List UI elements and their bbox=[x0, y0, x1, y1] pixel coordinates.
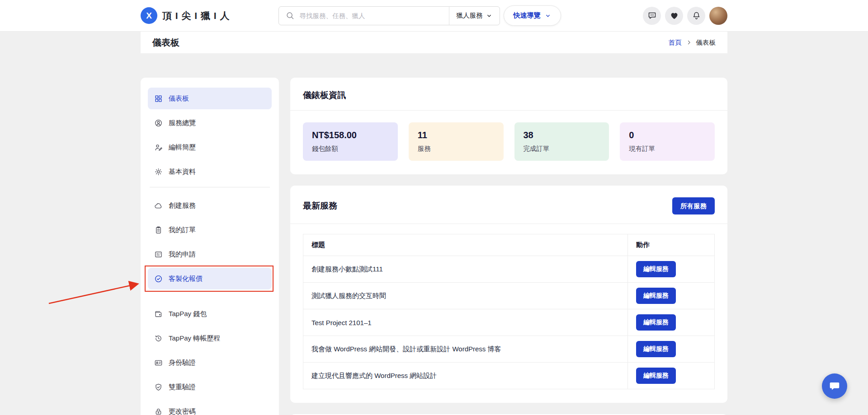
heart-icon bbox=[670, 11, 679, 20]
quote-icon bbox=[154, 275, 163, 283]
latest-services-title: 最新服務 bbox=[303, 200, 337, 212]
brand[interactable]: X 頂 I 尖 I 獵 I 人 bbox=[141, 7, 230, 24]
stat-label: 錢包餘額 bbox=[312, 145, 389, 153]
sidebar-item-custom-quote[interactable]: 客製化報價 bbox=[148, 268, 272, 289]
sidebar-item-label: 創建服務 bbox=[169, 201, 196, 210]
chevron-right-icon bbox=[686, 39, 692, 46]
search-input[interactable] bbox=[299, 12, 449, 20]
sidebar-item-change-password[interactable]: 更改密碼 bbox=[148, 401, 272, 415]
sidebar-item-label: 我的申請 bbox=[169, 250, 196, 259]
service-title: Test Project 2101–1 bbox=[303, 309, 628, 336]
brand-text: 頂 I 尖 I 獵 I 人 bbox=[162, 9, 230, 22]
dashboard-info-title: 儀錶板資訊 bbox=[303, 89, 346, 101]
messages-button[interactable] bbox=[643, 7, 661, 25]
service-title: 創建服務小數點測試111 bbox=[303, 256, 628, 283]
search-bar: 獵人服務 bbox=[278, 6, 500, 25]
sidebar-item-identity-verification[interactable]: 身份驗證 bbox=[148, 352, 272, 373]
dashboard-icon bbox=[154, 94, 163, 103]
edit-service-button[interactable]: 編輯服務 bbox=[636, 288, 676, 304]
stat-label: 服務 bbox=[418, 145, 495, 153]
breadcrumb-bar: 儀表板 首頁 儀表板 bbox=[141, 32, 727, 53]
main-content: 儀錶板資訊 NT$158.00 錢包餘額 11 服務 38 完成訂單 bbox=[290, 78, 727, 415]
services-table: 標題 動作 創建服務小數點測試111 編輯服務 測試獵人服務的交互時間 編輯服務 bbox=[303, 234, 715, 389]
search-category-dropdown[interactable]: 獵人服務 bbox=[449, 7, 500, 25]
gear-icon bbox=[154, 168, 163, 176]
sidebar-item-label: 基本資料 bbox=[169, 168, 196, 176]
search-icon bbox=[285, 11, 295, 20]
application-icon bbox=[154, 250, 163, 259]
all-services-button[interactable]: 所有服務 bbox=[672, 197, 715, 214]
sidebar-item-label: 儀表板 bbox=[169, 94, 189, 103]
sidebar-item-label: 我的訂單 bbox=[169, 226, 196, 234]
stat-value: 0 bbox=[629, 130, 706, 140]
chat-icon bbox=[829, 380, 840, 392]
sidebar-item-label: TapPay 錢包 bbox=[169, 310, 207, 318]
sidebar-item-label: 客製化報價 bbox=[169, 275, 203, 283]
sidebar-item-tappay-wallet[interactable]: TapPay 錢包 bbox=[148, 303, 272, 325]
sidebar-item-label: 身份驗證 bbox=[169, 359, 196, 367]
search-category-value: 獵人服務 bbox=[457, 11, 483, 20]
dashboard-info-card: 儀錶板資訊 NT$158.00 錢包餘額 11 服務 38 完成訂單 bbox=[290, 78, 727, 174]
sidebar-item-two-factor[interactable]: 雙重驗證 bbox=[148, 376, 272, 398]
table-header-row: 標題 動作 bbox=[303, 234, 715, 256]
order-icon bbox=[154, 226, 163, 234]
id-card-icon bbox=[154, 359, 163, 367]
breadcrumb: 首頁 儀表板 bbox=[669, 38, 716, 47]
quick-tour-button[interactable]: 快速導覽 bbox=[504, 5, 561, 26]
sidebar-item-label: 編輯簡歷 bbox=[169, 143, 196, 152]
bell-icon bbox=[692, 11, 701, 20]
sidebar-item-dashboard[interactable]: 儀表板 bbox=[148, 88, 272, 109]
edit-service-button[interactable]: 編輯服務 bbox=[636, 341, 676, 357]
lock-icon bbox=[154, 407, 163, 415]
sidebar-spacer bbox=[148, 292, 272, 303]
notifications-button[interactable] bbox=[687, 7, 705, 25]
stat-value: 11 bbox=[418, 130, 495, 140]
stat-current-orders: 0 現有訂單 bbox=[620, 122, 715, 161]
breadcrumb-current: 儀表板 bbox=[696, 38, 716, 47]
stat-completed-orders: 38 完成訂單 bbox=[514, 122, 609, 161]
edit-profile-icon bbox=[154, 143, 163, 152]
stat-value: NT$158.00 bbox=[312, 130, 389, 140]
sidebar-item-services-overview[interactable]: 服務總覽 bbox=[148, 112, 272, 134]
stat-label: 完成訂單 bbox=[524, 145, 600, 153]
sidebar-item-label: 雙重驗證 bbox=[169, 383, 196, 392]
wallet-icon bbox=[154, 310, 163, 318]
brand-logo-icon: X bbox=[141, 7, 157, 24]
user-icon bbox=[154, 119, 163, 127]
service-title: 測試獵人服務的交互時間 bbox=[303, 283, 628, 309]
nav-actions bbox=[643, 7, 727, 25]
history-icon bbox=[154, 334, 163, 343]
chat-fab-button[interactable] bbox=[822, 373, 847, 399]
sidebar-item-tappay-history[interactable]: TapPay 轉帳歷程 bbox=[148, 327, 272, 349]
page-title: 儀表板 bbox=[152, 37, 179, 49]
sidebar-item-basic-info[interactable]: 基本資料 bbox=[148, 161, 272, 182]
edit-service-button[interactable]: 編輯服務 bbox=[636, 261, 676, 277]
stat-wallet-balance: NT$158.00 錢包餘額 bbox=[303, 122, 398, 161]
stat-label: 現有訂單 bbox=[629, 145, 706, 153]
chevron-down-icon bbox=[486, 13, 492, 19]
sidebar-item-my-applications[interactable]: 我的申請 bbox=[148, 243, 272, 265]
sidebar-item-label: 服務總覽 bbox=[169, 119, 196, 127]
navbar: X 頂 I 尖 I 獵 I 人 獵人服務 快速導覽 bbox=[0, 0, 868, 32]
stats-row: NT$158.00 錢包餘額 11 服務 38 完成訂單 0 現有訂單 bbox=[303, 122, 715, 161]
favorites-button[interactable] bbox=[665, 7, 683, 25]
table-row: 我會做 WordPress 網站開發、設計或重新設計 WordPress 博客 … bbox=[303, 336, 715, 363]
sidebar-item-label: 更改密碼 bbox=[169, 407, 196, 415]
sidebar-item-edit-profile[interactable]: 編輯簡歷 bbox=[148, 136, 272, 158]
sidebar-item-label: TapPay 轉帳歷程 bbox=[169, 334, 220, 343]
shield-icon bbox=[154, 383, 163, 392]
sidebar-item-create-service[interactable]: 創建服務 bbox=[148, 195, 272, 216]
column-title: 標題 bbox=[303, 234, 628, 256]
avatar[interactable] bbox=[709, 7, 727, 25]
annotation-red-box bbox=[145, 266, 274, 292]
edit-service-button[interactable]: 編輯服務 bbox=[636, 368, 676, 384]
table-row: 建立現代且響應式的 WordPress 網站設計 編輯服務 bbox=[303, 363, 715, 389]
chat-icon bbox=[647, 11, 657, 20]
breadcrumb-home-link[interactable]: 首頁 bbox=[669, 38, 682, 47]
sidebar-divider bbox=[150, 187, 270, 187]
edit-service-button[interactable]: 編輯服務 bbox=[636, 314, 676, 331]
quick-tour-label: 快速導覽 bbox=[514, 11, 541, 20]
sidebar-item-my-orders[interactable]: 我的訂單 bbox=[148, 219, 272, 241]
service-title: 我會做 WordPress 網站開發、設計或重新設計 WordPress 博客 bbox=[303, 336, 628, 363]
column-action: 動作 bbox=[628, 234, 715, 256]
